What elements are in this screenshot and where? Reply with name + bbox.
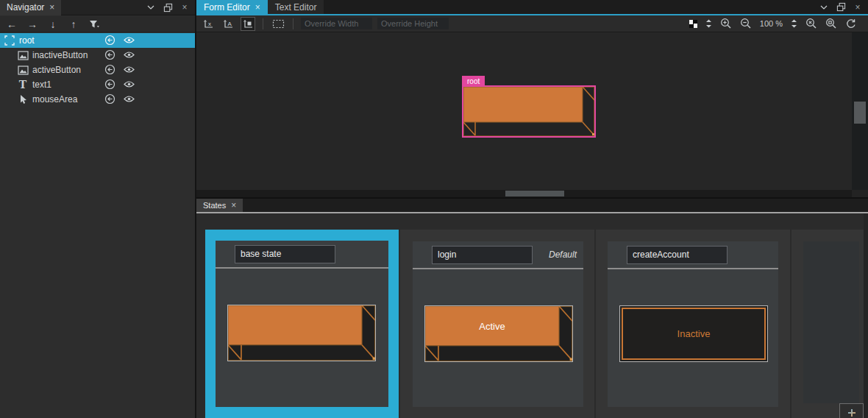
visibility-eye-icon[interactable] <box>124 80 135 88</box>
state-preview-base[interactable] <box>227 305 376 361</box>
rectangle-item-icon <box>3 35 16 46</box>
close-icon[interactable]: × <box>179 2 190 13</box>
canvas-color-stepper-icon[interactable] <box>705 18 712 29</box>
state-name-input[interactable] <box>432 246 533 264</box>
move-up-icon[interactable]: ↑ <box>68 19 79 29</box>
chevron-down-icon[interactable] <box>819 2 829 13</box>
state-name-input[interactable] <box>235 245 335 263</box>
navigator-item-inactivebutton[interactable]: inactiveButton <box>0 48 195 63</box>
export-alias-icon[interactable] <box>104 35 115 46</box>
visibility-eye-icon[interactable] <box>124 36 135 44</box>
override-height-input[interactable] <box>377 18 449 29</box>
toolbar-separator <box>293 18 294 29</box>
canvas-zoom-controls: 100 % <box>689 18 864 29</box>
move-backwards-icon[interactable]: ← <box>6 19 18 29</box>
export-alias-icon[interactable] <box>104 49 115 60</box>
scrollbar-thumb[interactable] <box>505 191 564 196</box>
float-window-icon[interactable] <box>836 2 846 13</box>
button-3d-graphic <box>463 87 594 136</box>
override-width-input[interactable] <box>301 18 372 29</box>
state-column-empty <box>791 230 868 418</box>
state-card-login[interactable]: Default Active <box>413 241 583 407</box>
zoom-in-icon[interactable] <box>720 18 732 29</box>
navigator-toolbar: ← → ↓ ↑ <box>0 16 195 32</box>
plus-icon <box>847 408 857 418</box>
qt-design-studio-window: Navigator × × ← → ↓ ↑ <box>0 0 868 418</box>
state-card-header: Default <box>413 241 583 269</box>
visibility-eye-icon[interactable] <box>124 95 135 103</box>
zoom-selection-icon[interactable] <box>825 18 837 29</box>
navigator-item-mousearea[interactable]: mouseArea <box>0 92 195 107</box>
visibility-eye-icon[interactable] <box>124 51 135 59</box>
state-column-login[interactable]: Default Active <box>400 230 594 418</box>
tab-navigator[interactable]: Navigator × <box>0 0 61 15</box>
close-icon[interactable]: × <box>255 2 260 13</box>
tab-text-editor[interactable]: Text Editor <box>268 0 324 14</box>
close-icon[interactable]: × <box>49 2 54 13</box>
reset-view-icon[interactable] <box>845 18 856 29</box>
move-forwards-icon[interactable]: → <box>26 19 38 29</box>
form-editor-canvas[interactable]: root <box>196 32 852 190</box>
canvas-color-icon[interactable] <box>689 20 697 28</box>
active-button-text: Active <box>425 306 559 346</box>
export-alias-icon[interactable] <box>104 79 115 90</box>
chevron-down-icon[interactable] <box>146 2 156 13</box>
close-icon[interactable]: × <box>853 2 863 13</box>
navigator-item-label: inactiveButton <box>32 50 88 60</box>
snapping-anchors-icon[interactable]: A <box>221 17 235 31</box>
state-column-base[interactable] <box>205 230 399 418</box>
move-down-icon[interactable]: ↓ <box>47 19 59 29</box>
close-icon[interactable]: × <box>231 200 236 210</box>
state-preview-login[interactable]: Active <box>424 305 573 362</box>
navigator-item-text1[interactable]: T text1 <box>0 77 195 92</box>
filter-icon[interactable] <box>88 20 100 29</box>
zoom-level-stepper-icon[interactable] <box>791 18 797 29</box>
form-editor-toolbar: x A <box>196 15 868 32</box>
zoom-out-icon[interactable] <box>740 18 752 29</box>
navigator-tree: root inactiveButton <box>0 33 195 107</box>
float-window-icon[interactable] <box>163 2 173 13</box>
scrollbar-corner <box>852 190 868 197</box>
cursor-item-icon <box>16 94 29 104</box>
add-state-button[interactable] <box>839 403 864 418</box>
export-alias-icon[interactable] <box>104 93 115 104</box>
visibility-eye-icon[interactable] <box>124 65 135 74</box>
state-card-base[interactable] <box>216 241 388 407</box>
scrollbar-thumb[interactable] <box>854 102 866 124</box>
state-preview-createaccount[interactable]: Inactive <box>619 305 768 362</box>
empty-state-slot <box>803 241 859 403</box>
canvas-vertical-scrollbar[interactable] <box>852 32 868 190</box>
navigator-item-label: activeButton <box>32 65 81 75</box>
navigator-titlebar: Navigator × × <box>0 0 195 15</box>
state-card-createaccount[interactable]: Inactive <box>608 241 778 407</box>
zoom-all-icon[interactable] <box>805 18 817 29</box>
navigator-item-label: root <box>19 35 35 46</box>
no-snapping-icon[interactable]: x <box>201 17 216 31</box>
image-item-icon <box>16 51 29 60</box>
tab-states[interactable]: States × <box>196 199 243 212</box>
inactive-button-graphic: Inactive <box>622 308 766 360</box>
show-bounding-rects-icon[interactable] <box>271 17 285 31</box>
state-card-header <box>216 241 388 269</box>
tab-label: States <box>203 201 226 210</box>
export-alias-icon[interactable] <box>104 64 115 75</box>
svg-text:x: x <box>208 21 211 27</box>
tab-form-editor[interactable]: Form Editor × <box>196 0 268 14</box>
button-3d-graphic <box>228 305 375 361</box>
canvas-root-item[interactable]: root <box>463 87 594 136</box>
navigator-item-activebutton[interactable]: activeButton <box>0 63 195 77</box>
navigator-titlebar-icons: × <box>146 2 195 13</box>
state-column-createaccount[interactable]: Inactive <box>596 230 790 418</box>
editor-titlebar-icons: × <box>819 0 868 14</box>
tab-label: Form Editor <box>204 2 250 13</box>
image-item-icon <box>16 65 29 75</box>
states-tabbar: States × <box>196 199 868 212</box>
canvas-horizontal-scrollbar[interactable] <box>196 190 852 197</box>
zoom-level-value: 100 % <box>760 19 783 28</box>
state-card-header <box>608 241 778 269</box>
navigator-item-root[interactable]: root <box>0 33 195 48</box>
state-name-input[interactable] <box>627 246 728 264</box>
navigator-item-label: text1 <box>32 79 51 90</box>
inactive-button-text: Inactive <box>677 328 711 339</box>
snapping-icon[interactable] <box>241 17 255 31</box>
